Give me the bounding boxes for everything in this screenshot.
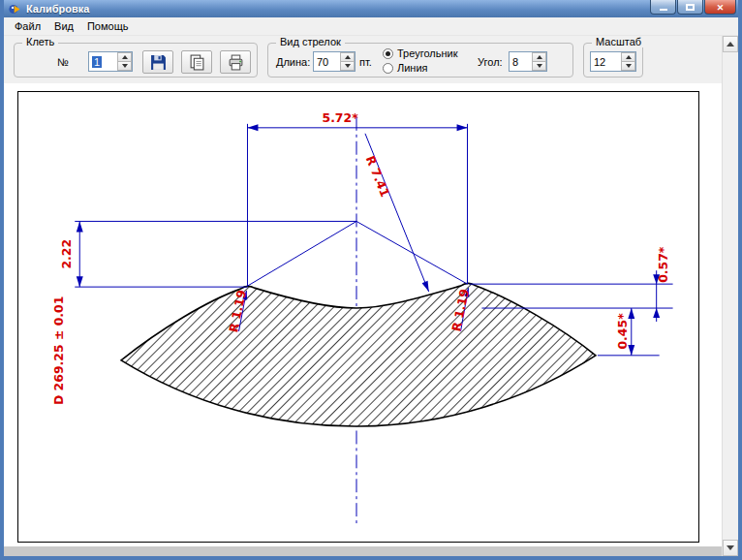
app-window: Калибровка Файл Вид Помощь Клеть № 1 — [0, 0, 742, 560]
arrow-down-icon — [727, 545, 734, 550]
copy-button[interactable] — [181, 50, 212, 74]
vertical-scrollbar[interactable] — [722, 36, 738, 556]
stand-number-spinedit[interactable]: 1 — [88, 51, 133, 72]
spin-up-icon — [537, 55, 542, 59]
scroll-up-button[interactable] — [723, 36, 738, 52]
arrow-length-down-button[interactable] — [340, 62, 355, 71]
scrollbar-track[interactable] — [723, 52, 738, 540]
titlebar[interactable]: Калибровка — [4, 0, 738, 17]
spin-up-icon — [626, 55, 632, 59]
scroll-down-button[interactable] — [723, 540, 738, 556]
client-body: Клеть № 1 — [4, 36, 738, 556]
triangle-radio-button[interactable] — [383, 48, 393, 59]
dim-diameter: D 269.25 ± 0.01 — [51, 296, 66, 405]
spin-down-icon — [537, 64, 542, 68]
maximize-icon — [686, 4, 695, 11]
caliber-drawing: 5.72* R 7.41 2.22 0.57* 0.45* D 269.25 ±… — [18, 92, 698, 542]
menu-item-help[interactable]: Помощь — [80, 18, 136, 34]
canvas-area: 5.72* R 7.41 2.22 0.57* 0.45* D 269.25 ±… — [4, 83, 722, 556]
scale-up-button[interactable] — [621, 52, 635, 62]
dim-top-width: 5.72* — [322, 110, 358, 125]
scale-down-button[interactable] — [621, 62, 635, 71]
arrow-angle-up-button[interactable] — [532, 52, 546, 62]
dim-right-upper: 0.57* — [656, 246, 670, 283]
close-button[interactable] — [704, 0, 736, 15]
spin-up-icon — [345, 55, 351, 59]
arrow-length-field[interactable]: 70 — [314, 52, 340, 71]
spin-up-icon — [122, 55, 128, 59]
dim-radius-main: R 7.41 — [363, 153, 393, 199]
stand-group-caption: Клеть — [22, 36, 58, 47]
caption-buttons — [650, 0, 738, 17]
scale-field[interactable]: 12 — [591, 52, 621, 71]
minimize-icon — [660, 9, 667, 11]
spin-down-icon — [345, 64, 351, 68]
scale-groupbox: Масштаб 12 — [583, 43, 643, 78]
scale-group-caption: Масштаб — [592, 36, 645, 47]
arrow-length-spinedit[interactable]: 70 — [313, 51, 356, 72]
arrow-length-label: Длина: — [276, 56, 310, 68]
minimize-button[interactable] — [650, 0, 676, 15]
menu-item-file[interactable]: Файл — [8, 18, 47, 34]
dim-depth: 2.22 — [59, 239, 74, 269]
line-radio-button[interactable] — [383, 63, 393, 74]
stand-number-up-button[interactable] — [117, 52, 132, 62]
stand-number-value: 1 — [92, 56, 102, 68]
maximize-button[interactable] — [677, 0, 703, 15]
menu-item-view[interactable]: Вид — [47, 18, 80, 34]
bottom-strip — [4, 546, 722, 556]
stand-number-label: № — [57, 56, 69, 68]
copy-icon — [189, 54, 205, 71]
arrow-length-up-button[interactable] — [340, 52, 355, 62]
window-title: Калибровка — [26, 3, 89, 15]
stand-number-down-button[interactable] — [117, 62, 132, 71]
close-icon — [717, 1, 725, 13]
stand-groupbox: Клеть № 1 — [14, 43, 258, 78]
print-icon — [228, 54, 244, 71]
arrow-style-group-caption: Вид стрелок — [276, 36, 345, 47]
save-button[interactable] — [142, 50, 173, 74]
stand-number-spinner — [117, 52, 132, 71]
triangle-radio-label: Треугольник — [397, 47, 458, 59]
arrow-triangle-radio-row[interactable]: Треугольник — [383, 47, 458, 59]
menubar: Файл Вид Помощь — [4, 17, 738, 36]
arrow-angle-value: 8 — [512, 56, 518, 68]
scale-value: 12 — [594, 56, 605, 68]
scale-spinedit[interactable]: 12 — [590, 51, 636, 72]
line-radio-label: Линия — [397, 62, 428, 74]
arrow-angle-spinner — [532, 52, 546, 71]
spin-down-icon — [122, 64, 128, 68]
arrow-up-icon — [727, 42, 734, 47]
roll-profile — [121, 283, 596, 426]
arrow-angle-field[interactable]: 8 — [510, 52, 532, 71]
app-icon — [9, 3, 21, 16]
scale-spinner — [621, 52, 635, 71]
arrow-angle-spinedit[interactable]: 8 — [509, 51, 547, 72]
arrow-angle-down-button[interactable] — [532, 62, 546, 71]
arrow-length-spinner — [340, 52, 355, 71]
toolbar: Клеть № 1 — [4, 36, 722, 83]
arrow-length-value: 70 — [317, 56, 328, 68]
client-area: Клеть № 1 — [4, 36, 722, 556]
save-icon — [150, 54, 167, 71]
arrow-angle-label: Угол: — [478, 56, 503, 68]
spin-down-icon — [626, 64, 632, 68]
arrow-line-radio-row[interactable]: Линия — [383, 62, 428, 74]
arrow-length-unit-label: пт. — [359, 56, 372, 68]
arrow-style-groupbox: Вид стрелок Длина: 70 пт. Треугольник — [267, 43, 573, 78]
drawing-canvas[interactable]: 5.72* R 7.41 2.22 0.57* 0.45* D 269.25 ±… — [17, 91, 699, 543]
dim-right-lower: 0.45* — [615, 313, 630, 350]
stand-number-field[interactable]: 1 — [89, 52, 117, 71]
print-button[interactable] — [220, 50, 251, 74]
